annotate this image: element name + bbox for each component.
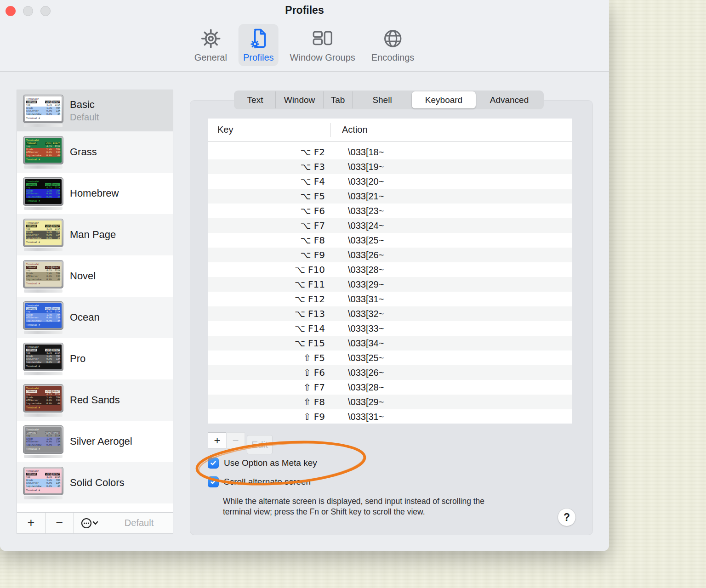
window-groups-icon [312, 27, 333, 51]
profiles-sidebar: Terminal#COMMAND%CPURPRVTtop4.1%231KXcod… [17, 90, 173, 534]
tab-tab[interactable]: Tab [323, 91, 352, 108]
profile-item-homebrew[interactable]: Terminal#COMMAND%CPURPRVTtop4.1%231KXcod… [17, 173, 173, 214]
profile-name: Novel [70, 270, 96, 282]
keyboard-row[interactable]: ⌥ F14\033[33~ [208, 321, 572, 336]
keyboard-row[interactable]: ⌥ F10\033[28~ [208, 262, 572, 277]
action-cell: \033[28~ [348, 382, 384, 393]
key-cell: ⌥ F7 [208, 220, 325, 231]
scroll-alternate-screen-checkbox[interactable] [208, 476, 219, 487]
profile-meta: Grass [70, 146, 97, 158]
toolbar-item-general[interactable]: General [190, 24, 232, 66]
profile-thumbnail: Terminal#COMMAND%CPURPRVTtop4.1%231KXcod… [23, 95, 63, 127]
profile-item-basic[interactable]: Terminal#COMMAND%CPURPRVTtop4.1%231KXcod… [17, 90, 173, 131]
key-cell: ⇧ F6 [208, 367, 325, 378]
profile-name: Ocean [70, 311, 100, 323]
keyboard-row[interactable]: ⌥ F12\033[31~ [208, 292, 572, 306]
tab-window[interactable]: Window [275, 91, 323, 108]
toolbar-item-window-groups[interactable]: Window Groups [285, 24, 360, 66]
keyboard-table-body: ⌥ F2\033[18~⌥ F3\033[19~⌥ F4\033[20~⌥ F5… [208, 142, 572, 424]
profile-meta: BasicDefault [70, 99, 99, 123]
keyboard-row[interactable]: ⇧ F8\033[29~ [208, 395, 572, 409]
keyboard-row[interactable]: ⌥ F7\033[24~ [208, 218, 572, 233]
action-cell: \033[23~ [348, 206, 384, 216]
column-divider[interactable] [330, 123, 331, 137]
default-profile-button[interactable]: Default [105, 513, 173, 533]
tab-shell[interactable]: Shell [352, 91, 412, 108]
profile-thumbnail: Terminal#COMMAND%CPURPRVTtop4.1%231KXcod… [23, 177, 63, 210]
keyboard-row[interactable]: ⇧ F7\033[28~ [208, 380, 572, 395]
profile-item-silver-aerogel[interactable]: Terminal#COMMAND%CPURPRVTtop4.1%231KXcod… [17, 421, 173, 462]
window-title: Profiles [0, 4, 609, 17]
keyboard-row[interactable]: ⌥ F2\033[18~ [208, 145, 572, 159]
remove-profile-button[interactable]: − [46, 513, 74, 533]
keyboard-row[interactable]: ⇧ F9\033[31~ [208, 409, 572, 424]
profile-item-man-page[interactable]: Terminal#COMMAND%CPURPRVTtop4.1%231KXcod… [17, 214, 173, 255]
add-key-button[interactable]: + [208, 432, 227, 448]
tab-advanced[interactable]: Advanced [476, 91, 543, 108]
profile-item-solid-colors[interactable]: Terminal#COMMAND%CPURPRVTtop4.1%231KXcod… [17, 462, 173, 503]
gear-icon [200, 27, 221, 51]
key-cell: ⌥ F6 [208, 205, 325, 216]
keyboard-row[interactable]: ⇧ F6\033[26~ [208, 365, 572, 380]
tab-text[interactable]: Text [235, 91, 275, 108]
profile-name: Pro [70, 353, 85, 365]
keyboard-row[interactable]: ⌥ F8\033[25~ [208, 233, 572, 248]
profile-meta: Solid Colors [70, 477, 125, 489]
help-button[interactable]: ? [558, 509, 575, 526]
key-cell: ⌥ F3 [208, 161, 325, 172]
key-column-header: Key [217, 124, 233, 135]
keyboard-row[interactable]: ⇧ F5\033[25~ [208, 351, 572, 365]
more-options-button[interactable] [74, 513, 105, 533]
note-line: terminal view; press the Fn or Shift key… [223, 507, 540, 517]
use-option-as-meta-row: Use Option as Meta key [208, 458, 317, 469]
profile-item-red-sands[interactable]: Terminal#COMMAND%CPURPRVTtop4.1%231KXcod… [17, 379, 173, 421]
key-cell: ⌥ F8 [208, 235, 325, 246]
profile-item-grass[interactable]: Terminal#COMMAND%CPURPRVTtop4.1%231KXcod… [17, 131, 173, 173]
key-cell: ⌥ F12 [208, 294, 325, 305]
action-cell: \033[21~ [348, 191, 384, 202]
profile-thumbnail: Terminal#COMMAND%CPURPRVTtop4.1%231KXcod… [23, 425, 63, 458]
keyboard-row[interactable]: ⌥ F5\033[21~ [208, 189, 572, 204]
profile-item-ocean[interactable]: Terminal#COMMAND%CPURPRVTtop4.1%231KXcod… [17, 297, 173, 338]
keyboard-row[interactable]: ⌥ F6\033[23~ [208, 204, 572, 218]
profile-thumbnail: Terminal#COMMAND%CPURPRVTtop4.1%231KXcod… [23, 467, 63, 499]
thumbnail-shadow [24, 455, 63, 458]
toolbar-item-profiles[interactable]: Profiles [239, 24, 279, 66]
scroll-alternate-screen-label: Scroll alternate screen [224, 477, 311, 487]
profile-subtitle: Default [70, 112, 99, 123]
toolbar-item-encodings[interactable]: Encodings [367, 24, 419, 66]
thumbnail-shadow [24, 124, 63, 127]
profile-meta: Pro [70, 353, 85, 365]
keyboard-row[interactable]: ⌥ F15\033[34~ [208, 336, 572, 351]
add-profile-button[interactable]: + [17, 513, 46, 533]
key-cell: ⌥ F5 [208, 191, 325, 202]
profile-item-novel[interactable]: Terminal#COMMAND%CPURPRVTtop4.1%231KXcod… [17, 255, 173, 297]
profile-thumbnail: Terminal#COMMAND%CPURPRVTtop4.1%231KXcod… [23, 219, 63, 251]
edit-key-button[interactable]: Edit [247, 435, 273, 454]
keyboard-row[interactable]: ⌥ F3\033[19~ [208, 159, 572, 174]
keyboard-row[interactable]: ⌥ F13\033[32~ [208, 306, 572, 321]
keyboard-row[interactable]: ⌥ F11\033[29~ [208, 277, 572, 292]
profile-thumbnail: Terminal#COMMAND%CPURPRVTtop4.1%231KXcod… [23, 260, 63, 293]
thumbnail-shadow [24, 289, 63, 293]
action-cell: \033[28~ [348, 265, 384, 275]
action-cell: \033[25~ [348, 353, 384, 363]
tab-keyboard[interactable]: Keyboard [412, 91, 476, 108]
profile-meta: Homebrew [70, 187, 119, 199]
profile-item-pro[interactable]: Terminal#COMMAND%CPURPRVTtop4.1%231KXcod… [17, 338, 173, 379]
action-cell: \033[18~ [348, 147, 384, 158]
thumbnail-shadow [24, 372, 63, 375]
toolbar-label: Encodings [371, 52, 414, 63]
keyboard-row[interactable]: ⌥ F4\033[20~ [208, 174, 572, 189]
action-cell: \033[34~ [348, 338, 384, 349]
profile-name: Man Page [70, 229, 116, 241]
key-cell: ⌥ F13 [208, 308, 325, 319]
profile-name: Solid Colors [70, 477, 125, 489]
keyboard-row[interactable]: ⌥ F9\033[26~ [208, 248, 572, 262]
globe-icon [383, 27, 403, 51]
action-column-header: Action [342, 124, 368, 135]
remove-key-button[interactable]: − [226, 432, 245, 448]
profile-name: Silver Aerogel [70, 435, 132, 447]
use-option-as-meta-checkbox[interactable] [208, 458, 219, 469]
key-cell: ⌥ F10 [208, 264, 325, 275]
